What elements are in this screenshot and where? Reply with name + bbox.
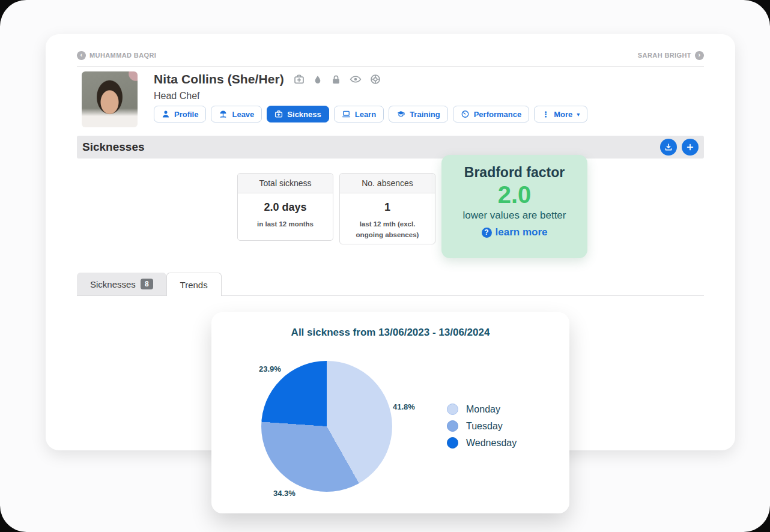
- employee-pagenav: ‹ MUHAMMAD BAQRI SARAH BRIGHT ›: [77, 50, 704, 61]
- legend-label-tuesday: Tuesday: [466, 421, 503, 432]
- laptop-icon: [342, 110, 351, 118]
- bradford-subtitle: lower values are better: [441, 210, 587, 222]
- subtab-trends[interactable]: Trends: [166, 273, 222, 296]
- monday-swatch-icon: [447, 404, 458, 415]
- drop-icon[interactable]: [313, 74, 323, 85]
- chevron-left-icon: ‹: [77, 51, 86, 60]
- medical-bag-icon: [274, 110, 283, 118]
- question-circle-icon: ?: [482, 228, 492, 238]
- kebab-menu-icon: ⋮: [542, 110, 550, 119]
- legend-item-tuesday[interactable]: Tuesday: [447, 420, 517, 432]
- subtab-trends-label: Trends: [180, 280, 208, 290]
- total-sickness-header: Total sickness: [238, 174, 333, 193]
- total-sickness-value: 2.0 days: [238, 193, 333, 214]
- bradford-factor-card: Bradford factor 2.0 lower values are bet…: [441, 155, 587, 258]
- tuesday-swatch-icon: [447, 420, 458, 432]
- wednesday-swatch-icon: [447, 437, 458, 449]
- tab-more[interactable]: ⋮ More ▾: [534, 106, 587, 122]
- section-title: Sicknesses: [82, 141, 145, 154]
- total-sickness-note: in last 12 months: [238, 214, 333, 238]
- tab-performance-label: Performance: [474, 110, 521, 119]
- subtab-sicknesses[interactable]: Sicknesses 8: [77, 273, 166, 295]
- beach-umbrella-icon: [219, 110, 228, 118]
- graduation-cap-icon: [396, 110, 405, 118]
- tab-profile-label: Profile: [174, 110, 198, 119]
- module-tab-bar: Profile Leave Sickness Learn Training Pe…: [154, 106, 587, 122]
- tab-learn-label: Learn: [355, 110, 376, 119]
- download-icon: [664, 143, 673, 151]
- tab-learn[interactable]: Learn: [334, 106, 384, 122]
- tab-sickness[interactable]: Sickness: [267, 106, 329, 122]
- learn-more-label: learn more: [496, 226, 548, 238]
- employee-avatar: [82, 71, 138, 127]
- eye-icon[interactable]: [350, 74, 362, 84]
- no-absences-card: No. absences 1 last 12 mth (excl. ongoin…: [339, 173, 435, 244]
- no-absences-header: No. absences: [340, 174, 435, 193]
- tab-performance[interactable]: Performance: [453, 106, 529, 122]
- no-absences-note: last 12 mth (excl. ongoing absences): [340, 214, 435, 244]
- legend-label-monday: Monday: [466, 404, 500, 415]
- tab-sickness-label: Sickness: [287, 110, 321, 119]
- sickness-pie-chart[interactable]: [261, 361, 392, 492]
- tab-leave-label: Leave: [232, 110, 254, 119]
- subtab-sicknesses-label: Sicknesses: [90, 279, 136, 289]
- bradford-title: Bradford factor: [441, 165, 587, 181]
- tab-training[interactable]: Training: [389, 106, 448, 122]
- pie-label-wednesday: 23.9%: [259, 364, 281, 373]
- tab-more-label: More: [554, 110, 572, 119]
- bradford-value: 2.0: [441, 181, 587, 208]
- sicknesses-count-badge: 8: [141, 279, 153, 289]
- next-employee-label: SARAH BRIGHT: [638, 52, 691, 59]
- pie-label-tuesday: 34.3%: [273, 489, 296, 498]
- legend-item-monday[interactable]: Monday: [447, 404, 517, 415]
- life-ring-icon[interactable]: [370, 74, 381, 85]
- learn-more-link[interactable]: ? learn more: [482, 226, 548, 238]
- next-employee-link[interactable]: SARAH BRIGHT ›: [638, 51, 704, 60]
- chart-legend: Monday Tuesday Wednesday: [447, 404, 517, 449]
- sickness-subtabs: Sicknesses 8 Trends: [77, 273, 704, 296]
- pie-label-monday: 41.8%: [393, 402, 415, 411]
- employee-status-icons: [294, 74, 381, 85]
- prev-employee-label: MUHAMMAD BAQRI: [89, 52, 156, 59]
- sicknesses-section-header: Sicknesses: [77, 136, 704, 159]
- app-screen: ‹ MUHAMMAD BAQRI SARAH BRIGHT › Nita Col…: [0, 0, 770, 532]
- trends-chart-card: All sickness from 13/06/2023 - 13/06/202…: [211, 312, 569, 513]
- download-button[interactable]: [660, 139, 677, 156]
- tab-leave[interactable]: Leave: [211, 106, 262, 122]
- person-icon: [162, 110, 170, 118]
- lock-icon[interactable]: [331, 74, 341, 85]
- legend-label-wednesday: Wednesday: [466, 438, 517, 449]
- total-sickness-card: Total sickness 2.0 days in last 12 month…: [237, 173, 333, 241]
- chevron-right-icon: ›: [695, 51, 704, 60]
- tab-profile[interactable]: Profile: [154, 106, 206, 122]
- chevron-down-icon: ▾: [577, 111, 580, 118]
- gauge-icon: [461, 110, 470, 118]
- legend-item-wednesday[interactable]: Wednesday: [447, 437, 517, 449]
- medical-kit-icon[interactable]: [294, 74, 305, 85]
- plus-icon: [686, 143, 694, 151]
- no-absences-value: 1: [340, 193, 435, 214]
- tab-training-label: Training: [410, 110, 440, 119]
- employee-name: Nita Collins (She/Her): [154, 72, 284, 86]
- employee-role: Head Chef: [154, 91, 200, 101]
- prev-employee-link[interactable]: ‹ MUHAMMAD BAQRI: [77, 51, 156, 60]
- header-divider: [77, 66, 704, 67]
- chart-title: All sickness from 13/06/2023 - 13/06/202…: [211, 327, 569, 339]
- add-sickness-button[interactable]: [682, 139, 699, 156]
